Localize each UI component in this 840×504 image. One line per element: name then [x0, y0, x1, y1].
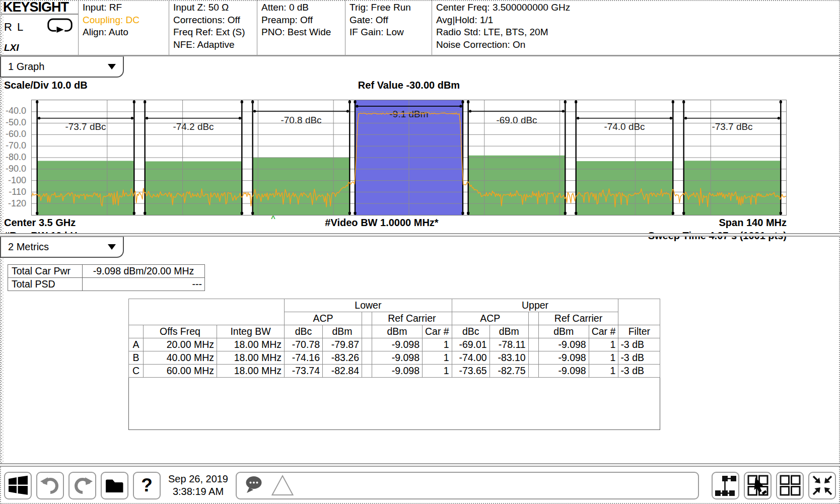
ref-dbm-header: dBm — [372, 325, 423, 338]
svg-text:-74.2 dBc: -74.2 dBc — [173, 122, 214, 132]
ref-dbm-header: dBm — [538, 325, 589, 338]
coupling-setting: Coupling: DC — [83, 14, 165, 27]
upper-dbc-value: -73.65 — [452, 365, 489, 378]
windows-start-button[interactable] — [4, 472, 32, 499]
upper-dbc-value: -69.01 — [452, 338, 489, 351]
spacer-cell — [528, 351, 538, 365]
spacer-cell — [362, 312, 372, 325]
quad-window-icon — [779, 474, 802, 497]
offs-freq-value: 20.00 MHz — [144, 338, 217, 351]
metrics-window-dropdown[interactable]: 2 Metrics — [0, 237, 124, 258]
logo-cell: KEYSIGHT R L LXI — [0, 0, 79, 55]
if-gain-setting: IF Gain: Low — [349, 26, 428, 39]
upper-ref-dbm-value: -9.098 — [538, 365, 589, 378]
upper-ref-dbm-value: -9.098 — [538, 338, 589, 351]
table-row: Lower Upper — [129, 299, 660, 312]
redo-button[interactable] — [68, 472, 96, 499]
lower-dbm-value: -83.26 — [323, 351, 362, 365]
acp-results-table: Lower Upper ACP Ref Carrier ACP Ref Carr… — [128, 299, 660, 430]
upper-car-num-value: 1 — [589, 351, 618, 365]
y-axis-tick-label: -100 — [1, 175, 26, 186]
table-row-offset-c: C 60.00 MHz 18.00 MHz -73.74 -82.84 -9.0… — [129, 365, 660, 378]
y-axis-tick-label: -70.0 — [1, 140, 26, 151]
spacer-cell — [528, 325, 538, 338]
pane-divider — [0, 233, 840, 237]
car-num-header: Car # — [589, 325, 618, 338]
row-letter-header — [129, 325, 144, 338]
help-button[interactable]: ? — [133, 472, 161, 499]
filter-value: -3 dB — [618, 338, 660, 351]
upper-acp-header: ACP — [452, 312, 528, 325]
lower-ref-dbm-value: -9.098 — [372, 365, 423, 378]
offs-freq-header: Offs Freq — [144, 325, 217, 338]
table-row-offset-a: A 20.00 MHz 18.00 MHz -70.78 -79.87 -9.0… — [129, 338, 660, 351]
window-select-button[interactable] — [744, 472, 772, 499]
acp-table-corner — [129, 299, 285, 325]
toolbar-divider — [0, 463, 840, 467]
avg-hold-setting: Avg|Hold: 1/1 — [436, 14, 836, 27]
totals-table: Total Car Pwr -9.098 dBm/20.00 MHz Total… — [8, 264, 205, 291]
y-axis-tick-label: -90.0 — [1, 164, 26, 174]
lower-dbc-value: -73.74 — [285, 365, 323, 378]
measurement-setup-button[interactable] — [712, 472, 739, 499]
upper-dbm-value: -78.11 — [489, 338, 528, 351]
undo-button[interactable] — [36, 472, 64, 499]
spacer-cell — [362, 325, 372, 338]
integ-bw-value: 18.00 MHz — [217, 365, 285, 378]
file-open-button[interactable] — [101, 472, 128, 499]
graph-pane: 1 Graph Scale/Div 10.0 dB Ref Value -30.… — [0, 56, 840, 237]
y-axis-tick-label: -50.0 — [1, 117, 26, 128]
lower-ref-dbm-value: -9.098 — [372, 338, 423, 351]
sequence-diagram-icon — [714, 474, 737, 497]
windows-logo-icon — [7, 474, 29, 496]
table-empty-area — [129, 378, 660, 430]
table-row: Offs Freq Integ BW dBc dBm dBm Car # dBc… — [129, 325, 660, 338]
lower-car-num-value: 1 — [423, 338, 452, 351]
offset-id: B — [129, 351, 144, 365]
dbm-header: dBm — [323, 325, 362, 338]
time-label: 3:38:19 AM — [168, 485, 228, 498]
lower-ref-carrier-header: Ref Carrier — [372, 312, 452, 325]
svg-text:-73.7 dBc: -73.7 dBc — [712, 122, 752, 132]
svg-text:-70.8 dBc: -70.8 dBc — [281, 115, 321, 125]
undo-icon — [39, 474, 61, 496]
filter-value: -3 dB — [618, 365, 660, 378]
ref-value-label: Ref Value -30.00 dBm — [358, 80, 460, 91]
total-car-pwr-value: -9.098 dBm/20.00 MHz — [83, 265, 205, 278]
upper-dbm-value: -83.10 — [489, 351, 528, 365]
graph-window-dropdown[interactable]: 1 Graph — [0, 56, 124, 78]
offs-freq-value: 40.00 MHz — [144, 351, 217, 365]
radio-std-setting: Radio Std: LTE, BTS, 20M — [436, 26, 836, 39]
video-bw-annotation: #Video BW 1.0000 MHz* — [325, 217, 438, 229]
trig-setting: Trig: Free Run — [349, 2, 428, 14]
multi-window-layout-button[interactable] — [776, 472, 804, 499]
spacer-cell — [362, 338, 372, 351]
lower-group-header: Lower — [285, 299, 452, 312]
atten-setting: Atten: 0 dB — [261, 2, 341, 14]
y-axis-tick-label: -80.0 — [1, 152, 26, 163]
question-mark-icon: ? — [141, 475, 153, 496]
y-axis-tick-label: -120 — [1, 198, 26, 209]
spectrum-plot[interactable]: -40.0-50.0-60.0-70.0-80.0-90.0-100-110-1… — [31, 100, 787, 215]
metrics-window-dropdown-label: 2 Metrics — [8, 241, 49, 253]
status-message-bar[interactable] — [236, 472, 699, 499]
y-axis-tick-label: -40.0 — [1, 106, 26, 116]
span-annotation: Span 140 MHz — [719, 217, 787, 229]
integ-bw-value: 18.00 MHz — [217, 351, 285, 365]
filter-header: Filter — [618, 325, 660, 338]
spacer-cell — [528, 312, 538, 325]
lower-car-num-value: 1 — [423, 365, 452, 378]
dropdown-arrow-icon — [108, 64, 116, 69]
collapse-fullscreen-button[interactable] — [808, 472, 836, 499]
total-psd-label: Total PSD — [8, 278, 83, 291]
table-filler-row — [129, 378, 660, 430]
lower-acp-header: ACP — [285, 312, 362, 325]
total-car-pwr-label: Total Car Pwr — [8, 265, 83, 278]
header-col-atten: Atten: 0 dB Preamp: Off PNO: Best Wide — [257, 0, 345, 55]
filter-header-spacer — [618, 299, 660, 325]
freq-ref-setting: Freq Ref: Ext (S) — [173, 26, 253, 39]
scale-per-div-label: Scale/Div 10.0 dB — [4, 80, 88, 91]
bottom-toolbar: ? Sep 26, 2019 3:38:19 AM — [0, 467, 840, 504]
table-row-offset-b: B 40.00 MHz 18.00 MHz -74.16 -83.26 -9.0… — [129, 351, 660, 365]
y-axis-labels: -40.0-50.0-60.0-70.0-80.0-90.0-100-110-1… — [1, 100, 29, 215]
